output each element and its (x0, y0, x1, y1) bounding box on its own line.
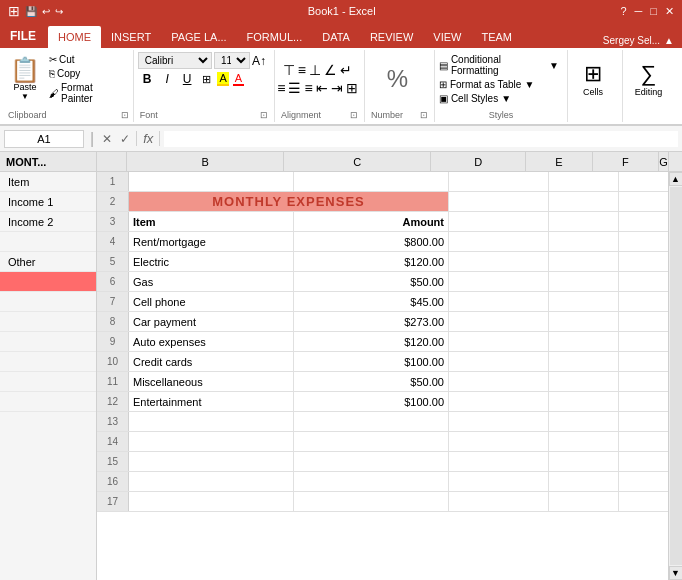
copy-btn[interactable]: ⎘ Copy (46, 67, 125, 80)
align-left-btn[interactable]: ≡ (277, 80, 285, 96)
sidebar-item[interactable] (0, 312, 96, 332)
align-middle-btn[interactable]: ≡ (298, 62, 306, 78)
font-color-btn[interactable]: A (233, 72, 244, 86)
cell-E7[interactable] (549, 292, 619, 311)
col-header-e[interactable]: E (526, 152, 592, 172)
cell-b2[interactable]: MONTHLY EXPENSES (129, 192, 449, 211)
cell-b16[interactable] (129, 472, 294, 491)
cell-E3[interactable] (549, 212, 619, 231)
cell-E5[interactable] (549, 252, 619, 271)
sidebar-item[interactable]: Income 1 (0, 192, 96, 212)
vertical-scrollbar[interactable]: ▲ ▼ (668, 172, 682, 580)
cell-c11[interactable]: $50.00 (294, 372, 449, 391)
cell-D5[interactable] (449, 252, 549, 271)
cell-E6[interactable] (549, 272, 619, 291)
editing-btn[interactable]: ∑ Editing (635, 61, 663, 97)
col-header-g[interactable]: G (659, 152, 669, 172)
scroll-down-btn[interactable]: ▼ (669, 566, 683, 580)
cell-b10[interactable]: Credit cards (129, 352, 294, 371)
font-expand[interactable]: ⊡ (260, 110, 268, 120)
cell-b14[interactable] (129, 432, 294, 451)
cut-btn[interactable]: ✂ Cut (46, 53, 125, 66)
merge-btn[interactable]: ⊞ (346, 80, 358, 96)
cell-D8[interactable] (449, 312, 549, 331)
cell-b15[interactable] (129, 452, 294, 471)
cell-c13[interactable] (294, 412, 449, 431)
format-as-table-btn[interactable]: ⊞ Format as Table ▼ (439, 79, 559, 90)
cancel-formula-btn[interactable]: ✕ (100, 132, 114, 146)
font-size-select[interactable]: 11 (214, 52, 250, 69)
cell-b6[interactable]: Gas (129, 272, 294, 291)
cell-b17[interactable] (129, 492, 294, 511)
sidebar-item[interactable] (0, 392, 96, 412)
ribbon-tab-page-la...[interactable]: PAGE LA... (161, 26, 236, 48)
cell-b3[interactable]: Item (129, 212, 294, 231)
cell-D12[interactable] (449, 392, 549, 411)
confirm-formula-btn[interactable]: ✓ (118, 132, 132, 146)
cell-E10[interactable] (549, 352, 619, 371)
orientation-btn[interactable]: ∠ (324, 62, 337, 78)
cell-D2[interactable] (449, 192, 549, 211)
cell-c12[interactable]: $100.00 (294, 392, 449, 411)
cell-c4[interactable]: $800.00 (294, 232, 449, 251)
cell-E17[interactable] (549, 492, 619, 511)
maximize-btn[interactable]: □ (650, 5, 657, 18)
scroll-up-btn[interactable]: ▲ (669, 172, 683, 186)
sidebar-item[interactable] (0, 332, 96, 352)
sidebar-item[interactable]: Item (0, 172, 96, 192)
ribbon-tab-insert[interactable]: INSERT (101, 26, 161, 48)
cell-D11[interactable] (449, 372, 549, 391)
ribbon-tab-formul...[interactable]: FORMUL... (237, 26, 313, 48)
minimize-btn[interactable]: ─ (635, 5, 643, 18)
indent-inc-btn[interactable]: ⇥ (331, 80, 343, 96)
cell-styles-btn[interactable]: ▣ Cell Styles ▼ (439, 93, 559, 104)
file-tab[interactable]: FILE (0, 24, 46, 48)
conditional-formatting-btn[interactable]: ▤ Conditional Formatting ▼ (439, 54, 559, 76)
cell-D16[interactable] (449, 472, 549, 491)
format-painter-btn[interactable]: 🖌 Format Painter (46, 81, 125, 105)
align-center-btn[interactable]: ☰ (288, 80, 301, 96)
col-header-d[interactable]: D (431, 152, 526, 172)
cell-b11[interactable]: Miscellaneous (129, 372, 294, 391)
cell-b9[interactable]: Auto expenses (129, 332, 294, 351)
number-expand[interactable]: ⊡ (420, 110, 428, 120)
border-btn[interactable]: ⊞ (200, 73, 213, 86)
help-icon[interactable]: ? (620, 5, 626, 18)
cell-D9[interactable] (449, 332, 549, 351)
align-bottom-btn[interactable]: ⊥ (309, 62, 321, 78)
underline-btn[interactable]: U (178, 71, 197, 87)
cell-D4[interactable] (449, 232, 549, 251)
clipboard-expand[interactable]: ⊡ (121, 110, 129, 120)
cell-E9[interactable] (549, 332, 619, 351)
ribbon-tab-data[interactable]: DATA (312, 26, 360, 48)
sidebar-item[interactable] (0, 292, 96, 312)
cell-c9[interactable]: $120.00 (294, 332, 449, 351)
paste-dropdown[interactable]: ▼ (21, 92, 29, 101)
cell-c1[interactable] (294, 172, 449, 191)
cell-E15[interactable] (549, 452, 619, 471)
cell-D15[interactable] (449, 452, 549, 471)
ribbon-tab-home[interactable]: HOME (48, 26, 101, 48)
indent-dec-btn[interactable]: ⇤ (316, 80, 328, 96)
font-name-select[interactable]: Calibri (138, 52, 212, 69)
cell-E16[interactable] (549, 472, 619, 491)
cell-D10[interactable] (449, 352, 549, 371)
cell-c5[interactable]: $120.00 (294, 252, 449, 271)
sidebar-item[interactable] (0, 232, 96, 252)
cell-D13[interactable] (449, 412, 549, 431)
cell-c8[interactable]: $273.00 (294, 312, 449, 331)
ribbon-tab-review[interactable]: REVIEW (360, 26, 423, 48)
col-header-b[interactable]: B (127, 152, 284, 172)
save-icon[interactable]: 💾 (25, 6, 37, 17)
cell-b8[interactable]: Car payment (129, 312, 294, 331)
formula-input[interactable] (164, 131, 678, 147)
cell-c7[interactable]: $45.00 (294, 292, 449, 311)
sidebar-item[interactable] (0, 352, 96, 372)
cell-c16[interactable] (294, 472, 449, 491)
cell-E2[interactable] (549, 192, 619, 211)
paste-btn[interactable]: 📋 Paste ▼ (6, 52, 44, 106)
wrap-text-btn[interactable]: ↵ (340, 62, 352, 78)
cell-c10[interactable]: $100.00 (294, 352, 449, 371)
cell-E11[interactable] (549, 372, 619, 391)
cell-c15[interactable] (294, 452, 449, 471)
